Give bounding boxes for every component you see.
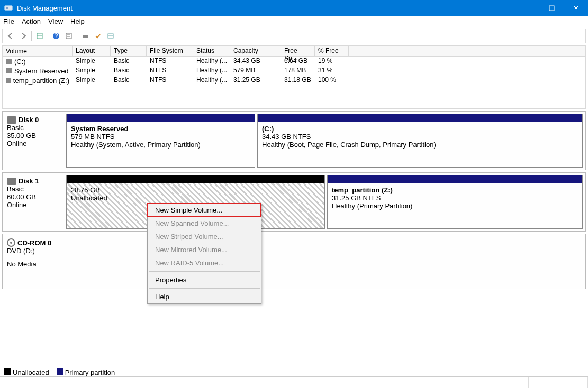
volume-capacity: 31.25 GB [230, 76, 281, 85]
partition-desc: Healthy (Primary Partition) [332, 202, 578, 210]
partition-body: temp_partition (Z:) 31.25 GB NTFS Health… [328, 183, 582, 228]
col-volume[interactable]: Volume [3, 46, 73, 56]
disk-info[interactable]: Disk 0 Basic 35.00 GB Online [3, 112, 64, 170]
disk-info[interactable]: Disk 1 Basic 60.00 GB Online [3, 173, 64, 231]
partition-desc: Healthy (Boot, Page File, Crash Dump, Pr… [262, 141, 578, 149]
legend: Unallocated Primary partition [4, 368, 115, 376]
col-type[interactable]: Type [111, 46, 147, 56]
disk-icon [6, 68, 12, 73]
disk-panel: Disk 1 Basic 60.00 GB Online 28.75 GB Un… [2, 172, 586, 232]
disk-size: 60.00 GB [7, 193, 59, 201]
context-item-help[interactable]: Help [148, 290, 261, 303]
window-title: Disk Management [17, 4, 515, 12]
volume-free: 6.64 GB [281, 57, 315, 66]
volume-pct: 19 % [315, 57, 349, 66]
context-menu: New Simple Volume...New Spanned Volume..… [147, 203, 261, 304]
svg-rect-14 [108, 34, 113, 38]
volume-row[interactable]: (C:) Simple Basic NTFS Healthy (... 34.4… [3, 57, 585, 66]
volume-name: temp_partition (Z:) [13, 77, 69, 85]
context-item-new-mirrored-volume: New Mirrored Volume... [148, 243, 261, 256]
close-button[interactable] [564, 0, 588, 16]
disk-panel: Disk 0 Basic 35.00 GB Online System Rese… [2, 111, 586, 170]
partition-desc: Unallocated [71, 194, 320, 202]
volume-capacity: 34.43 GB [230, 57, 281, 66]
menubar: File Action View Help [0, 16, 588, 27]
volume-status: Healthy (... [193, 57, 230, 66]
context-item-new-striped-volume: New Striped Volume... [148, 230, 261, 243]
volume-capacity: 579 MB [230, 66, 281, 76]
volume-fs: NTFS [147, 57, 193, 66]
menu-help[interactable]: Help [70, 17, 85, 25]
cd-icon [7, 238, 15, 247]
disk-icon [6, 78, 11, 83]
disk-kind: Basic [7, 185, 59, 193]
settings-icon[interactable] [63, 30, 75, 42]
menu-view[interactable]: View [48, 17, 63, 25]
list-icon[interactable] [105, 30, 116, 42]
partition-header [328, 175, 582, 183]
menu-file[interactable]: File [3, 17, 14, 25]
volume-type: Basic [111, 76, 147, 85]
col-status[interactable]: Status [193, 46, 230, 56]
menu-action[interactable]: Action [22, 17, 41, 25]
context-item-new-simple-volume[interactable]: New Simple Volume... [148, 204, 261, 217]
partition[interactable]: temp_partition (Z:) 31.25 GB NTFS Health… [327, 175, 583, 229]
volume-list: Volume Layout Type File System Status Ca… [2, 45, 586, 109]
maximize-button[interactable] [539, 0, 564, 16]
partition[interactable]: System Reserved 579 MB NTFS Healthy (Sys… [66, 114, 255, 168]
partition-size: 31.25 GB NTFS [332, 194, 578, 202]
disk-info[interactable]: CD-ROM 0 DVD (D:) No Media [3, 234, 64, 289]
volume-type: Basic [111, 66, 147, 76]
volume-status: Healthy (... [193, 76, 230, 85]
volume-free: 31.18 GB [281, 76, 315, 85]
partition-size: 34.43 GB NTFS [262, 133, 578, 141]
col-layout[interactable]: Layout [73, 46, 111, 56]
volume-row[interactable]: temp_partition (Z:) Simple Basic NTFS He… [3, 76, 585, 85]
volume-header[interactable]: Volume Layout Type File System Status Ca… [3, 46, 585, 57]
svg-rect-13 [83, 35, 88, 38]
disk-state: Online [7, 140, 59, 147]
statusbar [0, 376, 588, 388]
titlebar: Disk Management [0, 0, 588, 16]
show-hide-icon[interactable] [34, 30, 46, 42]
context-separator [149, 288, 260, 289]
col-capacity[interactable]: Capacity [230, 46, 281, 56]
partition-header [67, 175, 324, 183]
disk-panel: CD-ROM 0 DVD (D:) No Media [2, 234, 586, 289]
svg-text:?: ? [54, 32, 58, 40]
context-item-properties[interactable]: Properties [148, 273, 261, 287]
volume-free: 178 MB [281, 66, 315, 76]
check-icon[interactable] [92, 30, 104, 42]
refresh-icon[interactable] [79, 30, 91, 42]
back-button[interactable] [5, 30, 16, 42]
volume-pct: 100 % [315, 76, 349, 85]
legend-unallocated-swatch [4, 368, 11, 375]
app-icon [4, 4, 13, 12]
volume-row[interactable]: System Reserved Simple Basic NTFS Health… [3, 66, 585, 76]
col-percent-free[interactable]: % Free [315, 46, 349, 56]
drive-icon [7, 116, 16, 124]
col-file-system[interactable]: File System [147, 46, 193, 56]
volume-type: Basic [111, 57, 147, 66]
forward-button[interactable] [17, 30, 29, 42]
disk-kind: DVD (D:) [7, 247, 59, 255]
partition-size: 579 MB NTFS [71, 133, 250, 141]
disk-panels: Disk 0 Basic 35.00 GB Online System Rese… [2, 111, 586, 289]
disk-icon [6, 59, 12, 64]
volume-status: Healthy (... [193, 66, 230, 76]
svg-rect-3 [549, 6, 554, 11]
disk-name: Disk 0 [19, 116, 39, 124]
context-item-new-raid-5-volume: New RAID-5 Volume... [148, 256, 261, 270]
help-icon[interactable]: ? [50, 30, 62, 42]
partition-header [67, 114, 255, 122]
volume-layout: Simple [73, 66, 111, 76]
toolbar: ? [2, 29, 586, 43]
context-separator [149, 271, 260, 272]
minimize-button[interactable] [515, 0, 539, 16]
col-free-space[interactable]: Free Sp... [281, 46, 315, 56]
volume-pct: 31 % [315, 66, 349, 76]
disk-kind: Basic [7, 124, 59, 132]
partition-title: (C:) [262, 125, 578, 133]
legend-primary-swatch [57, 368, 63, 375]
partition[interactable]: (C:) 34.43 GB NTFS Healthy (Boot, Page F… [257, 114, 583, 168]
